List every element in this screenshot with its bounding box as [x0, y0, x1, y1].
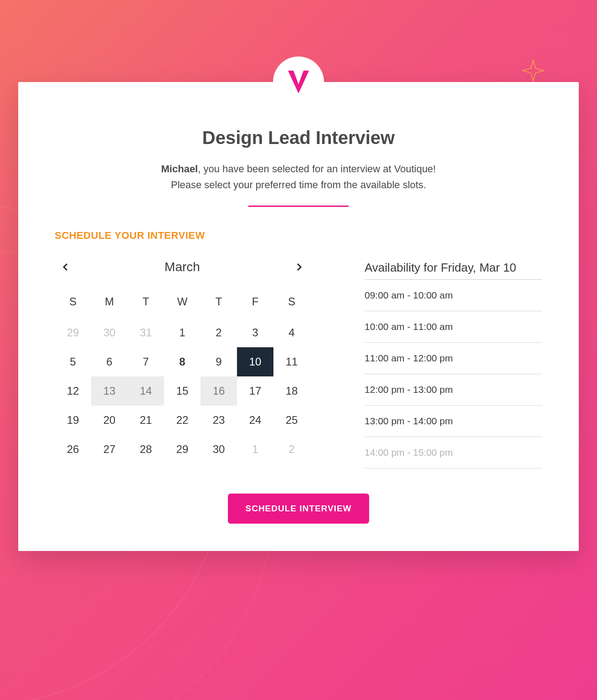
voutique-logo-icon — [286, 69, 311, 95]
calendar-day: 30 — [91, 318, 128, 347]
divider — [248, 206, 349, 207]
calendar-day: 2 — [273, 435, 310, 464]
calendar-day[interactable]: 25 — [273, 406, 310, 435]
schedule-interview-button[interactable]: SCHEDULE INTERVIEW — [228, 494, 369, 524]
time-slot[interactable]: 14:00 pm - 15:00 pm — [365, 437, 542, 468]
intro-text: Michael, you have been selected for an i… — [55, 161, 542, 193]
candidate-name: Michael — [161, 163, 198, 175]
sparkle-icon — [522, 59, 545, 82]
calendar-day: 31 — [128, 318, 164, 347]
calendar-day[interactable]: 16 — [201, 376, 237, 406]
time-slot[interactable]: 11:00 am - 12:00 pm — [365, 343, 542, 374]
calendar: March SMTWTFS293031123456789101112131415… — [55, 260, 310, 464]
chevron-right-icon — [297, 263, 302, 271]
calendar-day[interactable]: 1 — [164, 318, 201, 347]
calendar-day[interactable]: 20 — [91, 406, 128, 435]
calendar-grid: SMTWTFS293031123456789101112131415161718… — [55, 289, 310, 464]
brand-logo-badge — [273, 57, 324, 108]
calendar-day[interactable]: 22 — [164, 406, 201, 435]
intro-line-2: Please select your preferred time from t… — [171, 179, 426, 190]
intro-line-1: , you have been selected for an intervie… — [198, 163, 436, 175]
prev-month-button[interactable] — [58, 260, 72, 274]
availability-column: Availability for Friday, Mar 10 09:00 am… — [365, 260, 542, 468]
availability-title: Availability for Friday, Mar 10 — [365, 261, 542, 280]
day-of-week-header: F — [237, 289, 273, 318]
calendar-day[interactable]: 26 — [55, 435, 91, 464]
calendar-day[interactable]: 4 — [273, 318, 310, 347]
calendar-day[interactable]: 13 — [91, 376, 128, 406]
calendar-day[interactable]: 12 — [55, 376, 91, 406]
calendar-day[interactable]: 6 — [91, 347, 128, 376]
content-row: March SMTWTFS293031123456789101112131415… — [55, 260, 542, 468]
calendar-day[interactable]: 18 — [273, 376, 310, 406]
calendar-day[interactable]: 17 — [237, 376, 273, 406]
calendar-day[interactable]: 15 — [164, 376, 201, 406]
calendar-day[interactable]: 23 — [201, 406, 237, 435]
calendar-day[interactable]: 24 — [237, 406, 273, 435]
calendar-day[interactable]: 9 — [201, 347, 237, 376]
calendar-day[interactable]: 14 — [128, 376, 164, 406]
day-of-week-header: T — [201, 289, 237, 318]
calendar-day-selected[interactable]: 10 — [237, 347, 273, 376]
day-of-week-header: S — [273, 289, 310, 318]
time-slot[interactable]: 13:00 pm - 14:00 pm — [365, 406, 542, 437]
calendar-day[interactable]: 11 — [273, 347, 310, 376]
calendar-day: 1 — [237, 435, 273, 464]
day-of-week-header: S — [55, 289, 91, 318]
calendar-day[interactable]: 7 — [128, 347, 164, 376]
svg-point-0 — [304, 71, 308, 75]
interview-card: Design Lead Interview Michael, you have … — [18, 82, 579, 551]
day-of-week-header: W — [164, 289, 201, 318]
calendar-day[interactable]: 29 — [164, 435, 201, 464]
calendar-day[interactable]: 21 — [128, 406, 164, 435]
calendar-day[interactable]: 5 — [55, 347, 91, 376]
day-of-week-header: M — [91, 289, 128, 318]
calendar-day[interactable]: 3 — [237, 318, 273, 347]
time-slots-list: 09:00 am - 10:00 am10:00 am - 11:00 am11… — [365, 280, 542, 468]
section-label: SCHEDULE YOUR INTERVIEW — [55, 230, 542, 242]
calendar-day[interactable]: 2 — [201, 318, 237, 347]
calendar-day[interactable]: 30 — [201, 435, 237, 464]
month-name: March — [165, 260, 200, 274]
calendar-day[interactable]: 19 — [55, 406, 91, 435]
page-title: Design Lead Interview — [55, 128, 542, 148]
calendar-day: 29 — [55, 318, 91, 347]
calendar-day[interactable]: 8 — [164, 347, 201, 376]
calendar-day[interactable]: 27 — [91, 435, 128, 464]
day-of-week-header: T — [128, 289, 164, 318]
time-slot[interactable]: 12:00 pm - 13:00 pm — [365, 374, 542, 406]
time-slot[interactable]: 09:00 am - 10:00 am — [365, 280, 542, 311]
chevron-left-icon — [62, 263, 68, 271]
calendar-header: March — [55, 260, 310, 274]
time-slot[interactable]: 10:00 am - 11:00 am — [365, 311, 542, 343]
next-month-button[interactable] — [293, 260, 306, 274]
calendar-day[interactable]: 28 — [128, 435, 164, 464]
